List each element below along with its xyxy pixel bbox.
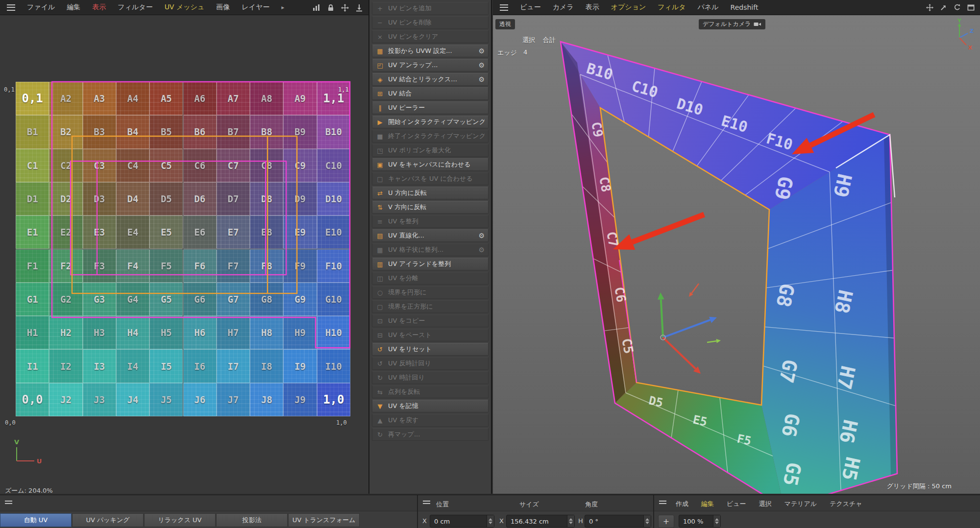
gear-icon[interactable]: ⚙ (478, 75, 485, 83)
world-axis-gizmo[interactable]: Y Z X (946, 18, 977, 51)
histogram-icon[interactable] (312, 3, 321, 12)
uv-grid-cell[interactable]: H1 (16, 316, 49, 349)
uv-command-uv-straighten[interactable]: ▤UV 直線化...⚙ (372, 229, 489, 242)
download-snapshot-icon[interactable] (355, 3, 364, 12)
viewport-zoom-field[interactable]: 100 % (679, 515, 721, 528)
uv-grid-cell[interactable]: B9 (283, 115, 317, 148)
uv-grid-cell[interactable]: F4 (116, 249, 149, 283)
camera-badge[interactable]: デフォルトカメラ (699, 19, 765, 29)
uv-grid-cell[interactable]: C3 (83, 149, 116, 182)
uv-grid-cell[interactable]: A8 (250, 82, 283, 115)
uv-grid-cell[interactable]: E1 (16, 216, 49, 249)
uv-grid-cell[interactable]: J8 (250, 383, 283, 416)
uv-grid-cell[interactable]: G6 (183, 283, 217, 316)
uv-grid-cell[interactable]: D10 (317, 182, 350, 216)
uv-grid-cell[interactable]: D9 (283, 182, 317, 216)
lock-icon[interactable] (326, 3, 335, 12)
uv-grid-cell[interactable]: B7 (217, 115, 250, 148)
gear-icon[interactable]: ⚙ (478, 246, 485, 254)
uv-grid-cell[interactable]: F8 (250, 249, 283, 283)
menu-uv-mesh[interactable]: UV メッシュ (165, 3, 205, 12)
uv-grid-cell[interactable]: C4 (116, 149, 149, 182)
viewport-3d-canvas[interactable]: B10C10D10E10F10G9H9G8H8G7H7G6H6G5H5C9C8C… (493, 15, 980, 494)
tab-uv-packing[interactable]: UV パッキング (72, 513, 144, 527)
rotate-view-icon[interactable] (953, 3, 961, 12)
uv-grid-cell[interactable]: G4 (116, 283, 149, 316)
uv-grid-cell[interactable]: C9 (283, 149, 317, 182)
uv-grid-cell[interactable]: G7 (217, 283, 250, 316)
tab-auto-uv[interactable]: 自動 UV (0, 513, 72, 527)
stepper[interactable] (643, 515, 651, 527)
uv-grid-cell[interactable]: H3 (83, 316, 116, 349)
uv-grid-cell[interactable]: F1 (16, 249, 49, 283)
hamburger-icon[interactable] (423, 501, 430, 506)
uv-grid-cell[interactable]: I10 (317, 349, 350, 383)
uv-grid-cell[interactable]: E9 (283, 216, 317, 249)
uv-grid-cell[interactable]: E7 (217, 216, 250, 249)
uv-grid-cell[interactable]: E8 (250, 216, 283, 249)
uv-grid-cell[interactable]: A5 (149, 82, 183, 115)
uv-grid-cell[interactable]: B4 (116, 115, 149, 148)
uv-grid-cell[interactable]: C6 (183, 149, 217, 182)
uv-grid-cell[interactable]: B3 (83, 115, 116, 148)
uv-command-projection-uvw[interactable]: ▦投影から UVW 設定...⚙ (372, 45, 489, 57)
uv-grid-cell[interactable]: I5 (149, 349, 183, 383)
uv-grid-cell[interactable]: B2 (49, 115, 82, 148)
menu-material[interactable]: マテリアル (784, 500, 817, 508)
uv-grid-cell[interactable]: E6 (183, 216, 217, 249)
uv-canvas[interactable]: 0,1A2A3A4A5A6A7A8A91,1B1B2B3B4B5B6B7B8B9… (0, 15, 368, 494)
uv-grid-cell[interactable]: D2 (49, 182, 82, 216)
add-button[interactable]: + (658, 515, 674, 528)
projection-badge[interactable]: 透視 (495, 19, 515, 29)
tab-uv-transform[interactable]: UV トランスフォーム (288, 513, 360, 527)
uv-grid-cell[interactable]: B6 (183, 115, 217, 148)
gear-icon[interactable]: ⚙ (478, 47, 485, 55)
uv-grid-cell[interactable]: F2 (49, 249, 82, 283)
angle-h-field[interactable]: 0 ° (585, 515, 651, 528)
uv-grid-cell[interactable]: C7 (217, 149, 250, 182)
uv-grid-cell[interactable]: D1 (16, 182, 49, 216)
hamburger-icon[interactable] (7, 4, 15, 11)
uv-command-uv-unwrap[interactable]: ◰UV アンラップ...⚙ (372, 59, 489, 72)
menu-viewport-options[interactable]: オプション (611, 3, 646, 12)
uv-grid-cell[interactable]: E10 (317, 216, 350, 249)
menu-image[interactable]: 画像 (216, 3, 230, 12)
uv-grid-cell[interactable]: F6 (183, 249, 217, 283)
uv-grid-cell[interactable]: J4 (116, 383, 149, 416)
uv-grid[interactable]: 0,1A2A3A4A5A6A7A8A91,1B1B2B3B4B5B6B7B8B9… (16, 82, 350, 416)
uv-grid-cell[interactable]: A7 (217, 82, 250, 115)
uv-grid-cell[interactable]: I9 (283, 349, 317, 383)
uv-grid-cell[interactable]: 0,0 (16, 383, 49, 416)
size-x-field[interactable]: 156.432 cm (506, 515, 575, 528)
uv-grid-cell[interactable]: F3 (83, 249, 116, 283)
uv-grid-cell[interactable]: I2 (49, 349, 82, 383)
uv-command-uv-store[interactable]: ▼UV を記憶 (372, 400, 489, 412)
uv-grid-cell[interactable]: H6 (183, 316, 217, 349)
position-x-field[interactable]: 0 cm (430, 515, 494, 528)
hamburger-icon[interactable] (659, 501, 666, 506)
uv-grid-cell[interactable]: H2 (49, 316, 82, 349)
uv-grid-cell[interactable]: C2 (49, 149, 82, 182)
stepper[interactable] (487, 515, 494, 527)
uv-grid-cell[interactable]: B10 (317, 115, 350, 148)
menu-edit-mode[interactable]: 編集 (701, 500, 714, 508)
uv-grid-cell[interactable]: J7 (217, 383, 250, 416)
menu-viewport-view[interactable]: ビュー (520, 3, 541, 12)
uv-grid-cell[interactable]: A2 (49, 82, 82, 115)
uv-grid-cell[interactable]: 1,0 (317, 383, 350, 416)
uv-grid-cell[interactable]: F9 (283, 249, 317, 283)
menu-texture[interactable]: テクスチャ (830, 500, 862, 508)
uv-grid-cell[interactable]: F5 (149, 249, 183, 283)
uv-grid-cell[interactable]: G1 (16, 283, 49, 316)
uv-grid-cell[interactable]: H9 (283, 316, 317, 349)
uv-grid-cell[interactable]: G9 (283, 283, 317, 316)
menu-viewport-camera[interactable]: カメラ (553, 3, 574, 12)
uv-grid-cell[interactable]: F10 (317, 249, 350, 283)
uv-grid-cell[interactable]: J5 (149, 383, 183, 416)
maximize-view-icon[interactable] (967, 3, 975, 12)
uv-command-interactive-mapping-start[interactable]: ▶開始インタラクティブマッピング (372, 116, 489, 128)
uv-grid-cell[interactable]: H10 (317, 316, 350, 349)
uv-grid-cell[interactable]: B1 (16, 115, 49, 148)
uv-grid-cell[interactable]: H5 (149, 316, 183, 349)
uv-grid-cell[interactable]: D6 (183, 182, 217, 216)
